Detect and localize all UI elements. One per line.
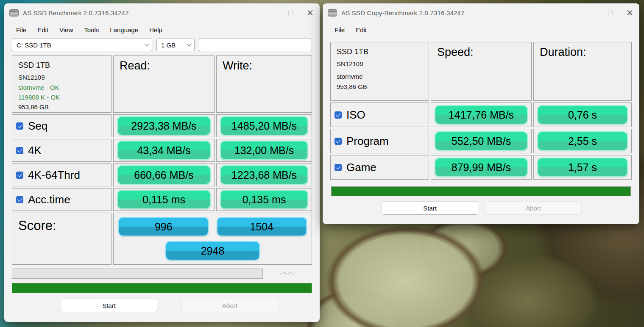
duration-column-header: Duration: <box>533 42 632 101</box>
acctime-checkbox[interactable] <box>16 196 23 203</box>
abort-button[interactable]: Abort <box>181 299 278 312</box>
iso-checkbox[interactable] <box>335 111 342 119</box>
result-value: 879,99 MB/s <box>435 158 527 177</box>
result-value: 0,76 s <box>537 105 628 125</box>
menu-edit[interactable]: Edit <box>32 24 54 36</box>
result-value: 0,135 ms <box>220 190 308 209</box>
ssd-drive-icon <box>328 9 337 17</box>
titlebar[interactable]: AS SSD Benchmark 2.0.7316.34247 <box>4 3 320 22</box>
row-label-text: 4K <box>28 144 42 157</box>
seq-read-cell: 2923,38 MB/s <box>113 114 215 137</box>
program-speed-cell: 552,50 MB/s <box>431 129 532 153</box>
abort-button[interactable]: Abort <box>485 201 582 215</box>
window-title: AS SSD Benchmark 2.0.7316.34247 <box>23 9 129 17</box>
test-size-value: 1 GB <box>161 42 176 49</box>
iso-duration-cell: 0,76 s <box>533 103 632 127</box>
result-value: 132,00 MB/s <box>220 141 308 160</box>
menu-tools[interactable]: Tools <box>78 24 104 36</box>
row-label-seq: Seq <box>12 114 112 137</box>
menu-view[interactable]: View <box>54 24 78 36</box>
row-label-game: Game <box>330 155 429 180</box>
row-label-text: Seq <box>28 119 47 133</box>
4k-checkbox[interactable] <box>16 147 23 154</box>
benchmark-table: SSD 1TB SN12109 stornvme - OK 119808 K -… <box>12 55 312 265</box>
maximize-button[interactable] <box>600 3 620 22</box>
result-value: 1485,20 MB/s <box>220 116 308 136</box>
menu-edit[interactable]: Edit <box>350 24 372 36</box>
start-button[interactable]: Start <box>382 201 478 215</box>
game-duration-cell: 1,57 s <box>533 155 632 180</box>
extra-input[interactable] <box>199 39 312 51</box>
result-value: 1417,76 MB/s <box>435 105 527 125</box>
test-progress-bar <box>12 269 263 279</box>
test-size-select[interactable]: 1 GB <box>156 39 195 51</box>
acctime-write-cell: 0,135 ms <box>216 188 312 211</box>
drive-model: SSD 1TB <box>337 47 429 56</box>
read-column-header: Read: <box>113 55 215 113</box>
close-icon <box>627 10 633 16</box>
program-duration-cell: 2,55 s <box>533 129 632 153</box>
window-title: AS SSD Copy-Benchmark 2.0.7316.34247 <box>341 9 465 17</box>
row-label-text: ISO <box>346 108 365 122</box>
alignment-status: 119808 K - OK <box>18 94 111 101</box>
result-value: 43,34 MB/s <box>117 141 210 160</box>
result-value: 0,115 ms <box>117 190 210 209</box>
row-label-text: Program <box>346 135 389 148</box>
drive-capacity: 953,86 GB <box>337 83 429 90</box>
read-score-value: 996 <box>118 217 209 236</box>
start-button[interactable]: Start <box>61 299 157 312</box>
score-label: Score: <box>12 213 112 265</box>
row-label-program: Program <box>330 129 429 153</box>
chevron-down-icon <box>187 42 191 46</box>
acctime-read-cell: 0,115 ms <box>113 188 215 211</box>
seq-checkbox[interactable] <box>16 122 23 130</box>
row-label-text: Acc.time <box>28 193 70 206</box>
4k-write-cell: 132,00 MB/s <box>216 139 312 162</box>
write-column-header: Write: <box>216 55 312 113</box>
program-checkbox[interactable] <box>335 138 342 145</box>
overall-progress-bar <box>331 186 631 196</box>
4k64-write-cell: 1223,68 MB/s <box>216 164 312 186</box>
seq-write-cell: 1485,20 MB/s <box>216 114 312 137</box>
titlebar[interactable]: AS SSD Copy-Benchmark 2.0.7316.34247 <box>323 3 639 22</box>
speed-column-header: Speed: <box>431 42 532 101</box>
score-panel: 996 1504 2948 <box>113 213 312 265</box>
menu-bar: File Edit <box>323 22 639 38</box>
row-label-iso: ISO <box>330 103 429 127</box>
minimize-icon <box>269 13 273 13</box>
minimize-button[interactable] <box>261 3 281 22</box>
elapsed-time: --:--:-- <box>263 271 312 277</box>
game-speed-cell: 879,99 MB/s <box>431 155 532 180</box>
menu-file[interactable]: File <box>330 24 350 36</box>
result-value: 552,50 MB/s <box>435 131 527 151</box>
total-score-value: 2948 <box>165 241 259 260</box>
menu-language[interactable]: Language <box>104 24 144 36</box>
row-label-4k: 4K <box>12 139 112 162</box>
row-label-4k64: 4K-64Thrd <box>12 164 112 186</box>
drive-model: SSD 1TB <box>18 61 111 70</box>
row-label-text: Game <box>346 161 376 174</box>
menu-help[interactable]: Help <box>144 24 168 36</box>
benchmark-window: AS SSD Benchmark 2.0.7316.34247 File Edi… <box>4 3 320 322</box>
minimize-button[interactable] <box>581 3 600 22</box>
close-button[interactable] <box>620 3 639 22</box>
drive-driver: stornvme <box>337 73 429 80</box>
row-label-acctime: Acc.time <box>12 188 112 211</box>
drive-info-panel: SSD 1TB SN12109 stornvme 953,86 GB <box>330 42 429 101</box>
drive-select-value: C: SSD 1TB <box>17 42 51 49</box>
iso-speed-cell: 1417,76 MB/s <box>431 103 532 127</box>
ssd-drive-icon <box>9 9 19 17</box>
4k64-read-cell: 660,66 MB/s <box>113 164 215 186</box>
result-value: 2923,38 MB/s <box>117 116 210 136</box>
close-icon <box>307 10 313 16</box>
result-value: 2,55 s <box>537 131 628 151</box>
drive-select[interactable]: C: SSD 1TB <box>12 39 152 51</box>
drive-capacity: 953,86 GB <box>18 103 111 111</box>
game-checkbox[interactable] <box>335 164 342 171</box>
result-value: 660,66 MB/s <box>117 165 210 185</box>
maximize-button[interactable] <box>281 3 300 22</box>
menu-file[interactable]: File <box>12 24 32 36</box>
overall-progress-bar <box>12 283 312 293</box>
close-button[interactable] <box>300 3 320 22</box>
4k64-checkbox[interactable] <box>16 172 23 179</box>
